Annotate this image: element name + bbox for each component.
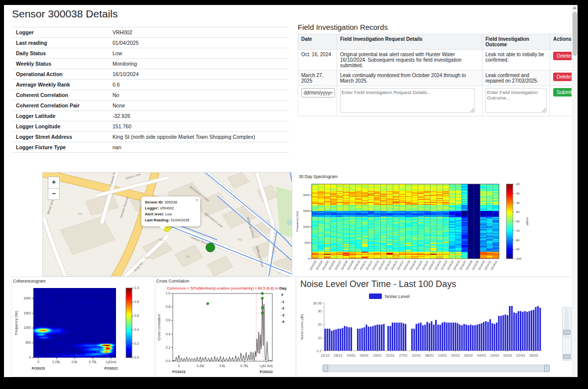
details-value: 01/04/2025 (109, 38, 289, 48)
navigator-left-handle[interactable] (323, 365, 328, 372)
details-label: Logger Street Address (12, 132, 109, 142)
fir-new-record-row: dd/mm/yyyy Submit (298, 86, 573, 116)
fir-heading: Field Investigation Records (298, 23, 388, 31)
record-outcome: Leak not able to initially be confirmed. (482, 50, 550, 71)
details-row: Logger Longitude151.760 (12, 121, 289, 132)
details-value: None (109, 100, 289, 110)
details-value: Monitoring (109, 59, 289, 69)
sensor-details-table: LoggerVRH002Last reading01/04/2025Daily … (12, 27, 289, 153)
fir-col-actions: Actions (550, 34, 573, 50)
chart-vertical-zoom-slider[interactable] (562, 307, 572, 361)
coherenceogram-title: Coherenceogram (13, 279, 46, 284)
details-value: King St (north side opposite Market Town… (109, 132, 289, 142)
cross-correlation-title: Cross Correlation (156, 279, 189, 284)
vslider-thumb[interactable] (563, 330, 571, 335)
zoom-out-button[interactable]: − (48, 188, 60, 200)
spectrogram-heatmap (294, 180, 533, 276)
details-row: Logger Street AddressKing St (north side… (12, 132, 289, 142)
house-number-label: 741 (185, 255, 190, 258)
popup-last-reading: Last Reading: 01/04/2025 (145, 217, 197, 223)
noise-legend: Noise Level (369, 293, 410, 299)
details-row: Daily StatusLow (12, 48, 289, 59)
coherenceogram-heatmap (11, 284, 155, 376)
map[interactable]: Wood StreetCowper StreetStore LaneStewar… (42, 172, 292, 277)
map-popup: × Sensor ID: 300038 Logger: VRH002 Alert… (141, 196, 200, 226)
record-date: March 27, 2025 (298, 71, 337, 86)
details-row: Logger Fixture Typenan (12, 142, 289, 153)
dashboard-page: Sensor 300038 Details LoggerVRH002Last r… (4, 5, 578, 377)
calendar-icon (330, 91, 333, 96)
cross-correlation-plot (155, 284, 296, 376)
request-details-input[interactable] (340, 88, 475, 113)
details-value: 0.6 (109, 80, 289, 90)
page-scrollbar[interactable] (572, 5, 578, 377)
legend-swatch (369, 293, 382, 299)
house-number-label: 770 (237, 238, 242, 241)
popup-logger: Logger: VRH002 (145, 205, 197, 211)
fir-table: Date Field Investigation Request Details… (298, 34, 573, 116)
noise-chart-panel: Noise Level Over Time - Last 100 Days No… (296, 277, 575, 377)
details-row: Average Weekly Rank0.6 (12, 80, 289, 90)
record-outcome: Leak confirmed and repaired on 27/03/202… (482, 71, 550, 86)
house-number-label: 767 (78, 212, 83, 215)
noise-bar-chart (297, 301, 550, 363)
details-row: Last reading01/04/2025 (12, 38, 289, 48)
date-input[interactable]: dd/mm/yyyy (301, 88, 335, 97)
legend-label: Noise Level (385, 293, 410, 299)
fir-header-row: Date Field Investigation Request Details… (298, 34, 573, 50)
popup-sensor-id: Sensor ID: 300038 (145, 199, 197, 205)
record-details: Leak continually monitored from October … (337, 71, 482, 86)
scrollbar-thumb[interactable] (573, 12, 577, 56)
details-value: VRH002 (109, 27, 289, 37)
details-label: Last reading (12, 38, 109, 48)
close-icon[interactable]: × (196, 197, 198, 203)
popup-tail (159, 226, 166, 230)
details-value: nan (109, 142, 289, 152)
spectrogram-panel: 30 Day Spectrogram (294, 171, 574, 277)
record-details: Original potential leak alert raised wit… (337, 50, 482, 71)
details-label: Logger Longitude (12, 121, 109, 131)
record-date: Oct. 16, 2024 (298, 50, 337, 71)
details-value: 151.760 (109, 121, 289, 131)
details-label: Logger Fixture Type (12, 142, 109, 152)
page-title: Sensor 300038 Details (12, 8, 118, 20)
zoom-in-button[interactable]: + (48, 177, 60, 188)
spectrogram-title: 30 Day Spectrogram (299, 174, 338, 179)
details-value: -32.926 (109, 111, 289, 121)
coherenceogram-panel: Coherenceogram (11, 277, 156, 377)
house-number-label: 755 (158, 238, 163, 241)
details-label: Average Weekly Rank (12, 80, 109, 90)
vslider-bottom-thumb[interactable] (563, 354, 571, 359)
fir-col-outcome: Field Investigation Outcome (482, 34, 550, 50)
details-value: 16/10/2024 (109, 69, 289, 79)
details-row: Coherent CorrelationNo (12, 90, 289, 100)
details-row: Logger Latitude-32.926 (12, 111, 289, 121)
details-label: Logger (12, 27, 109, 37)
details-label: Coherent Correlation (12, 90, 109, 100)
outcome-input[interactable] (485, 88, 547, 113)
noise-chart-title: Noise Level Over Time - Last 100 Days (300, 279, 456, 290)
navigator-right-handle[interactable] (544, 365, 550, 372)
details-row: Operational Action16/10/2024 (12, 69, 289, 80)
house-number-label: 574 (144, 256, 149, 259)
date-input-value: dd/mm/yyyy (304, 90, 330, 96)
sensor-marker[interactable] (206, 243, 215, 252)
details-value: Low (109, 48, 289, 58)
details-label: Weekly Status (12, 59, 109, 69)
popup-alert: Alert level: Low (145, 211, 197, 217)
details-label: Logger Latitude (12, 111, 109, 121)
cross-correlation-panel: Cross Correlation (154, 277, 297, 377)
fir-col-date: Date (298, 34, 337, 50)
details-label: Daily Status (12, 48, 109, 58)
details-label: Coherent Correlation Pair (12, 100, 109, 110)
details-row: Weekly StatusMonitoring (12, 59, 289, 69)
fir-col-details: Field Investigation Request Details (337, 34, 482, 50)
chart-range-navigator[interactable] (324, 365, 548, 372)
details-label: Operational Action (12, 69, 109, 79)
investigation-row: March 27, 2025Leak continually monitored… (298, 71, 573, 86)
details-row: Coherent Correlation PairNone (12, 100, 289, 111)
details-value: No (109, 90, 289, 100)
scrollbar-up-icon[interactable] (573, 6, 577, 9)
map-zoom-controls: + − (48, 177, 60, 200)
investigation-row: Oct. 16, 2024Original potential leak ale… (298, 50, 573, 71)
